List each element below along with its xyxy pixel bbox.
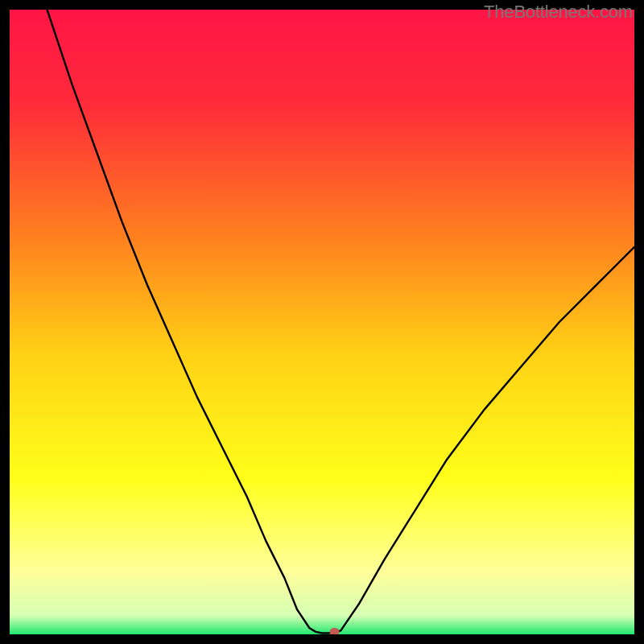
bottleneck-chart bbox=[10, 10, 634, 634]
watermark-label: TheBottleneck.com bbox=[484, 2, 633, 23]
gradient-background bbox=[10, 10, 634, 634]
